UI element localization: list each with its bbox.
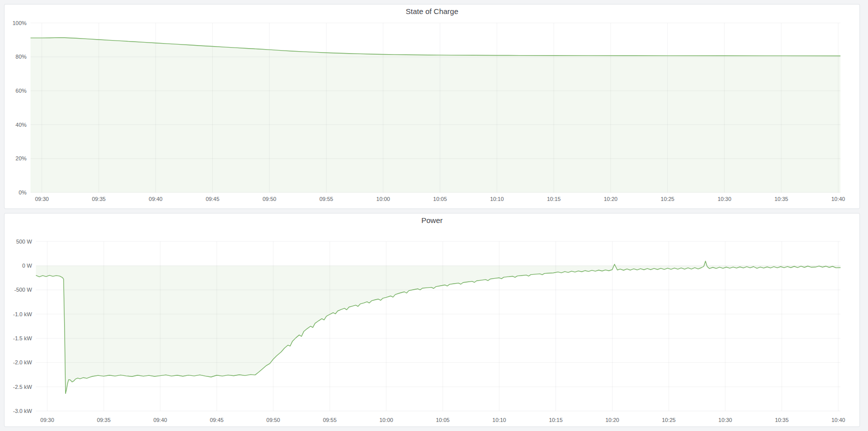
y-tick-label: 40%: [16, 122, 27, 128]
x-tick-label: 09:55: [323, 417, 337, 423]
grafana-dashboard: { "page": { "colors": { "page_bg": "#f3f…: [0, 0, 868, 431]
x-tick-label: 09:30: [35, 196, 49, 202]
x-tick-label: 10:05: [433, 196, 447, 202]
x-tick-label: 09:45: [206, 196, 219, 202]
x-tick-label: 10:25: [661, 196, 674, 202]
x-tick-label: 10:40: [831, 417, 845, 423]
panel-power: Power 500 W0 W-500 W-1.0 kW-1.5 kW-2.0 k…: [4, 213, 860, 427]
x-tick-label: 10:15: [549, 417, 562, 423]
y-tick-label: 80%: [16, 54, 27, 60]
x-tick-label: 10:20: [606, 417, 619, 423]
power-chart-canvas[interactable]: 500 W0 W-500 W-1.0 kW-1.5 kW-2.0 kW-2.5 …: [5, 213, 859, 426]
x-tick-label: 10:30: [718, 196, 731, 202]
x-tick-label: 10:35: [774, 196, 788, 202]
x-tick-label: 10:30: [718, 417, 732, 423]
x-tick-label: 10:00: [379, 417, 393, 423]
x-tick-label: 09:35: [92, 196, 106, 202]
x-tick-label: 10:00: [376, 196, 390, 202]
x-tick-label: 10:10: [490, 196, 503, 202]
y-tick-label: -2.0 kW: [13, 359, 32, 365]
y-tick-label: 500 W: [16, 239, 32, 245]
x-tick-label: 09:40: [149, 196, 162, 202]
y-tick-label: 60%: [16, 88, 27, 94]
x-tick-label: 10:40: [831, 196, 845, 202]
y-tick-label: 0 W: [22, 263, 32, 269]
x-tick-label: 09:45: [210, 417, 223, 423]
x-tick-label: 09:40: [153, 417, 167, 423]
x-tick-label: 10:25: [662, 417, 676, 423]
y-tick-label: 100%: [13, 20, 27, 26]
y-tick-label: -2.5 kW: [13, 384, 32, 390]
x-tick-label: 09:50: [266, 417, 280, 423]
x-tick-label: 10:20: [604, 196, 618, 202]
y-tick-label: 0%: [19, 189, 27, 195]
series-area-fill: [31, 38, 840, 192]
x-tick-label: 10:05: [436, 417, 449, 423]
x-tick-label: 09:35: [97, 417, 110, 423]
y-tick-label: -1.5 kW: [13, 335, 32, 341]
x-tick-label: 10:10: [492, 417, 506, 423]
x-tick-label: 09:50: [262, 196, 276, 202]
y-tick-label: -3.0 kW: [13, 408, 32, 414]
x-tick-label: 09:55: [320, 196, 333, 202]
y-tick-label: -1.0 kW: [13, 311, 32, 317]
x-tick-label: 10:15: [547, 196, 560, 202]
panel-state-of-charge: State of Charge 100%80%60%40%20%0%09:300…: [4, 4, 860, 209]
x-tick-label: 10:35: [775, 417, 788, 423]
x-tick-label: 09:30: [41, 417, 54, 423]
series-area-fill: [36, 261, 840, 393]
y-tick-label: 20%: [16, 155, 27, 161]
y-tick-label: -500 W: [14, 287, 32, 293]
soc-chart-canvas[interactable]: 100%80%60%40%20%0%09:3009:3509:4009:4509…: [5, 5, 859, 208]
